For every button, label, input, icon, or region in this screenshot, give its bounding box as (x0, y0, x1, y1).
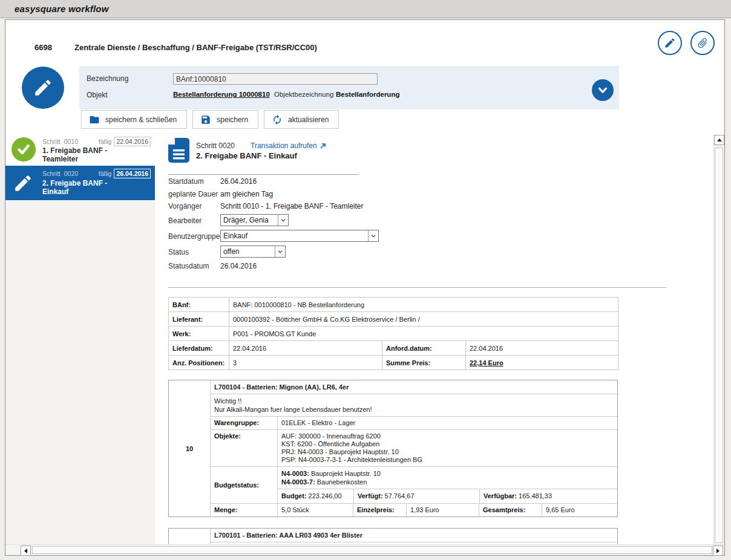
position-title-row: L700101 - Batterien: AAA LR03 4903 4er B… (211, 529, 617, 542)
table-row: BAnf: BANF: 0010000810 - NB Bestellanfor… (169, 298, 618, 312)
workflow-window: 6698 Zentrale Dienste / Beschaffung / BA… (5, 19, 725, 556)
budget-lines: N4-0003: Bauprojekt Hauptstr. 10 N4-0003… (278, 467, 617, 489)
dauer-label: geplante Dauer (168, 190, 218, 198)
check-circle-icon (11, 137, 36, 161)
step-title: 1. Freigabe BANF - Teamleiter (42, 146, 133, 163)
chevron-down-icon (596, 83, 609, 97)
horizontal-scroll-thumb[interactable] (32, 546, 712, 554)
position-title: L700104 - Batterien: Mignon (AA), LR6, 4… (211, 380, 617, 394)
step-item-0020[interactable]: Schritt0020 fällig 26.04.2016 2. Freigab… (5, 166, 155, 200)
step-title: 2. Freigabe BANF - Einkauf (42, 179, 133, 196)
position-number: 10 (169, 380, 210, 516)
paperclip-icon (694, 34, 711, 51)
save-button[interactable]: speichern (192, 110, 258, 129)
objektbezeichnung-label: Objektbezeichnung (274, 91, 333, 98)
vorgaenger-label: Vorgänger (168, 202, 202, 210)
breadcrumb: Zentrale Dienste / Beschaffung / BANF-Fr… (74, 43, 317, 52)
position-note-row: Wichtig !! Nur Alkali-Mangan fuer lange … (211, 394, 617, 416)
vertical-scroll-thumb[interactable] (715, 148, 723, 543)
triangle-left-icon (24, 549, 27, 553)
external-arrow-icon (320, 143, 326, 149)
folder-icon (89, 114, 105, 125)
bearbeiter-select[interactable]: Dräger, Genia (220, 214, 289, 226)
step-detail-title: 2. Freigabe BANF - Einkauf (196, 151, 297, 160)
warengruppe-row: Warengruppe: 01ELEK - Elektro - Lager (211, 416, 617, 429)
position-table-10: 10 L700104 - Batterien: Mignon (AA), LR6… (168, 380, 618, 517)
divider (168, 174, 359, 175)
step-number-label: Schritt 0020 (196, 142, 235, 150)
position-number (169, 529, 210, 545)
chevron-down-icon (278, 215, 288, 226)
workflow-pen-avatar (22, 67, 64, 109)
save-close-button[interactable]: speichern & schließen (81, 110, 187, 129)
step-item-0010[interactable]: Schritt0010 fällig 22.04.2016 1. Freigab… (5, 134, 155, 166)
objekt-link[interactable]: Bestellanforderung 10000810 (173, 91, 270, 98)
step-due: fällig 22.04.2016 (99, 137, 151, 146)
status-label: Status (168, 248, 189, 256)
budgetstatus-row: Budgetstatus: N4-0003: Bauprojekt Haupts… (211, 466, 617, 503)
process-id: 6698 (34, 43, 52, 52)
bezeichnung-input[interactable] (173, 73, 378, 85)
scroll-right-button[interactable] (713, 545, 723, 556)
app-title: easysquare workflow (15, 4, 109, 14)
bezeichnung-label: Bezeichnung (87, 74, 128, 83)
pen-icon (664, 37, 676, 49)
step-detail-pane: Schritt 0020 Transaktion aufrufen 2. Fre… (155, 134, 712, 545)
startdatum-value: 26.04.2016 (220, 177, 257, 186)
edit-button[interactable] (658, 31, 682, 55)
table-row: Anz. Positionen: 3 Summe Preis: 22,14 Eu… (169, 356, 618, 370)
divider (168, 287, 666, 288)
objektbezeichnung-value: Bestellanforderung (336, 91, 399, 98)
top-actions (658, 31, 715, 55)
position-table-2: L700101 - Batterien: AAA LR03 4903 4er B… (168, 528, 618, 545)
due-date-box: 22.04.2016 (114, 137, 151, 146)
budget-cells: Budget:223.246,00 Verfügt:57.764,67 Verf… (278, 489, 617, 503)
save-label: speichern (217, 116, 248, 124)
position-title: L700101 - Batterien: AAA LR03 4903 4er B… (211, 529, 617, 542)
startdatum-label: Startdatum (168, 177, 204, 186)
benutzergruppe-label: Benutzergruppe (168, 232, 220, 241)
save-close-label: speichern & schließen (105, 116, 177, 124)
attachments-button[interactable] (690, 31, 715, 55)
objekt-label: Objekt (87, 91, 108, 99)
pen-icon (13, 173, 33, 196)
step-meta: Schritt0020 (42, 170, 78, 177)
banf-summary-table: BAnf: BANF: 0010000810 - NB Bestellanfor… (168, 297, 618, 370)
horizontal-scrollbar[interactable] (5, 544, 724, 555)
statusdatum-value: 26.04.2016 (220, 262, 257, 270)
position-title-row: L700104 - Batterien: Mignon (AA), LR6, 4… (211, 380, 617, 394)
benutzergruppe-select[interactable]: Einkauf (220, 230, 379, 242)
vorgaenger-value: Schritt 0010 - 1. Freigabe BANF - Teamle… (220, 202, 364, 210)
steps-sidebar: Schritt0010 fällig 22.04.2016 1. Freigab… (5, 134, 155, 544)
chevron-down-icon (368, 230, 378, 241)
dauer-value: am gleichen Tag (220, 190, 273, 198)
menge-row: Menge: 5,0 Stück Einzelpreis: 1,93 Euro … (211, 503, 617, 516)
due-date-box: 26.04.2016 (114, 169, 151, 178)
objekte-lines: AUF: 300000 - Innenauftrag 6200 KST: 620… (277, 430, 617, 466)
document-icon (168, 138, 189, 165)
toolbar: speichern & schließen speichern aktualis… (81, 110, 339, 129)
bearbeiter-label: Bearbeiter (168, 217, 202, 225)
step-meta: Schritt0010 (42, 138, 78, 145)
scroll-up-button[interactable] (714, 135, 724, 145)
vertical-scrollbar[interactable] (713, 135, 724, 544)
object-header-panel: Bezeichnung Objekt Bestellanforderung 10… (79, 66, 619, 109)
statusdatum-label: Statusdatum (168, 262, 209, 270)
table-row: Lieferdatum: 22.04.2016 Anford.datum: 22… (169, 341, 618, 356)
triangle-right-icon (716, 549, 720, 553)
refresh-icon (272, 114, 288, 125)
step-due: fällig 26.04.2016 (99, 169, 151, 178)
transaction-link[interactable]: Transaktion aufrufen (251, 142, 326, 150)
table-row: Werk: P001 - PROMOS.GT Kunde (169, 327, 618, 341)
triangle-up-icon (717, 138, 722, 142)
app-titlebar: easysquare workflow (0, 0, 731, 18)
pen-icon (33, 77, 53, 98)
table-row: Lieferant: 0000100392 - Böttcher GmbH & … (169, 312, 618, 327)
scroll-left-button[interactable] (21, 545, 31, 556)
refresh-button[interactable]: aktualisieren (264, 110, 339, 129)
status-select[interactable]: offen (220, 246, 286, 258)
objekte-row: Objekte: AUF: 300000 - Innenauftrag 6200… (211, 429, 617, 466)
collapse-button[interactable] (592, 79, 614, 101)
summe-preis-link[interactable]: 22,14 Euro (470, 359, 503, 366)
refresh-label: aktualisieren (288, 116, 329, 124)
